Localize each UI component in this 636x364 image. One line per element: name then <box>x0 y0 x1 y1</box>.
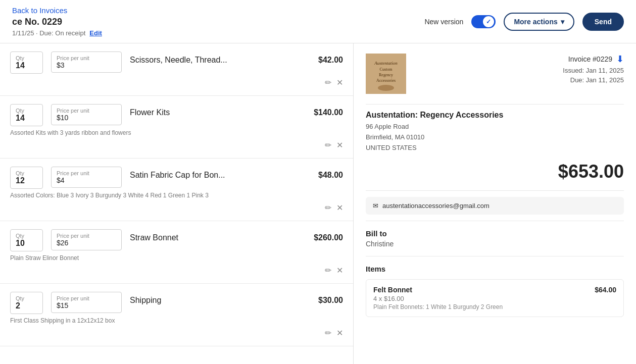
send-button[interactable]: Send <box>582 13 624 31</box>
invoice-item-note: Plain Felt Bonnets: 1 White 1 Burgundy 2… <box>373 303 616 310</box>
qty-value: 12 <box>16 176 37 185</box>
remove-item-button[interactable]: ✕ <box>336 328 343 338</box>
edit-item-button[interactable]: ✏ <box>325 203 331 213</box>
shop-logo: Austentation Custom Regency Accessories <box>366 54 406 94</box>
price-box: Price per unit $4 <box>51 167 122 188</box>
remove-item-button[interactable]: ✕ <box>336 78 343 87</box>
address-line3: UNITED STATES <box>366 143 624 153</box>
svg-text:Custom: Custom <box>380 67 393 72</box>
price-label: Price per unit <box>57 55 116 61</box>
invoice-preview: Austentation Custom Regency Accessories … <box>354 43 636 331</box>
line-item: Qty 12 Price per unit $4 Satin Fabric Ca… <box>0 159 353 221</box>
email-icon: ✉ <box>373 202 378 210</box>
line-item: Qty 14 Price per unit $3 Scissors, Needl… <box>0 43 353 96</box>
item-total: $48.00 <box>318 167 343 180</box>
edit-item-button[interactable]: ✏ <box>325 78 331 87</box>
edit-item-button[interactable]: ✏ <box>325 266 331 275</box>
invoice-number-label: Invoice #0229 <box>568 55 612 63</box>
shop-logo-image: Austentation Custom Regency Accessories <box>366 54 406 94</box>
price-box: Price per unit $15 <box>51 292 122 313</box>
price-box: Price per unit $10 <box>51 104 122 125</box>
divider <box>366 104 624 105</box>
line-item: Qty 10 Price per unit $26 Straw Bonnet $… <box>0 221 353 284</box>
bill-to-section: Bill to Christine <box>366 229 624 248</box>
new-version-toggle[interactable]: ✓ <box>471 15 496 28</box>
remove-item-button[interactable]: ✕ <box>336 140 343 150</box>
price-label: Price per unit <box>57 108 116 114</box>
divider <box>366 221 624 221</box>
line-item-actions: ✏ ✕ <box>10 78 343 87</box>
item-total: $30.00 <box>318 292 343 305</box>
invoice-header: Austentation Custom Regency Accessories … <box>366 54 624 94</box>
svg-text:Austentation: Austentation <box>374 61 398 66</box>
price-value: $15 <box>57 301 116 309</box>
qty-label: Qty <box>16 170 37 176</box>
qty-box: Qty 10 <box>10 229 43 251</box>
invoice-total: $653.00 <box>366 161 624 182</box>
edit-item-button[interactable]: ✏ <box>325 328 331 338</box>
top-bar-left: Back to Invoices ce No. 0229 1/11/25 · D… <box>12 6 102 37</box>
item-name: Scissors, Needle, Thread... <box>130 51 310 65</box>
line-item-row: Qty 12 Price per unit $4 Satin Fabric Ca… <box>10 167 343 189</box>
line-item-actions: ✏ ✕ <box>10 203 343 213</box>
bill-to-name: Christine <box>366 240 624 248</box>
toggle-check-icon: ✓ <box>486 18 491 25</box>
edit-link[interactable]: Edit <box>89 29 102 37</box>
qty-box: Qty 14 <box>10 104 43 126</box>
price-box: Price per unit $26 <box>51 229 122 250</box>
invoice-info: Invoice #0229 ⬇ Issued: Jan 11, 2025 Due… <box>563 54 624 84</box>
qty-label: Qty <box>16 295 37 301</box>
left-panel: Qty 14 Price per unit $3 Scissors, Needl… <box>0 43 354 364</box>
top-bar-right: New version ✓ More actions ▾ Send <box>424 13 624 31</box>
remove-item-button[interactable]: ✕ <box>336 203 343 213</box>
qty-label: Qty <box>16 55 37 61</box>
line-item-row: Qty 10 Price per unit $26 Straw Bonnet $… <box>10 229 343 251</box>
line-item-row: Qty 14 Price per unit $10 Flower Kits $1… <box>10 104 343 126</box>
qty-box: Qty 14 <box>10 51 43 74</box>
price-value: $4 <box>57 176 116 184</box>
item-note: Plain Straw Elinor Bonnet <box>10 254 343 262</box>
qty-label: Qty <box>16 108 37 114</box>
svg-text:Regency: Regency <box>379 73 393 77</box>
invoice-item-price: $64.00 <box>595 286 616 294</box>
item-name: Shipping <box>130 292 310 305</box>
line-item: Qty 14 Price per unit $10 Flower Kits $1… <box>0 96 353 159</box>
invoice-issued: Issued: Jan 11, 2025 <box>563 67 624 74</box>
qty-value: 10 <box>16 239 37 248</box>
invoice-number: ce No. 0229 <box>12 17 102 27</box>
item-total: $140.00 <box>314 104 343 117</box>
divider <box>366 190 624 191</box>
qty-label: Qty <box>16 233 37 239</box>
more-actions-label: More actions <box>514 18 557 26</box>
address-line1: 96 Apple Road <box>366 122 624 132</box>
edit-item-button[interactable]: ✏ <box>325 140 331 150</box>
qty-value: 14 <box>16 61 37 70</box>
divider <box>366 256 624 256</box>
remove-item-button[interactable]: ✕ <box>336 266 343 275</box>
line-item-actions: ✏ ✕ <box>10 266 343 275</box>
business-name: Austentation: Regency Accessories <box>366 111 624 120</box>
invoice-meta: 1/11/25 · Due: On receipt Edit <box>12 29 102 37</box>
price-label: Price per unit <box>57 170 116 176</box>
chevron-down-icon: ▾ <box>561 18 564 26</box>
line-item-actions: ✏ ✕ <box>10 328 343 338</box>
items-section: Items Felt Bonnet $64.00 4 x $16.00 Plai… <box>366 265 624 317</box>
qty-box: Qty 2 <box>10 292 43 314</box>
qty-value: 14 <box>16 114 37 123</box>
price-value: $26 <box>57 239 116 247</box>
download-icon[interactable]: ⬇ <box>616 54 624 65</box>
business-address: 96 Apple Road Brimfield, MA 01010 UNITED… <box>366 122 624 153</box>
qty-box: Qty 12 <box>10 167 43 189</box>
svg-text:Accessories: Accessories <box>376 78 396 83</box>
top-bar: Back to Invoices ce No. 0229 1/11/25 · D… <box>0 0 636 43</box>
more-actions-button[interactable]: More actions ▾ <box>504 13 574 31</box>
invoice-item-header: Felt Bonnet $64.00 <box>373 286 616 294</box>
item-note: Assorted Colors: Blue 3 Ivory 3 Burgundy… <box>10 192 343 199</box>
item-note: Assorted Kits with 3 yards ribbon and fl… <box>10 129 343 136</box>
item-note: First Class Shipping in a 12x12x12 box <box>10 317 343 324</box>
items-label: Items <box>366 265 624 273</box>
price-value: $3 <box>57 61 116 69</box>
back-to-invoices-link[interactable]: Back to Invoices <box>12 6 102 15</box>
qty-value: 2 <box>16 301 37 310</box>
line-item-actions: ✏ ✕ <box>10 140 343 150</box>
